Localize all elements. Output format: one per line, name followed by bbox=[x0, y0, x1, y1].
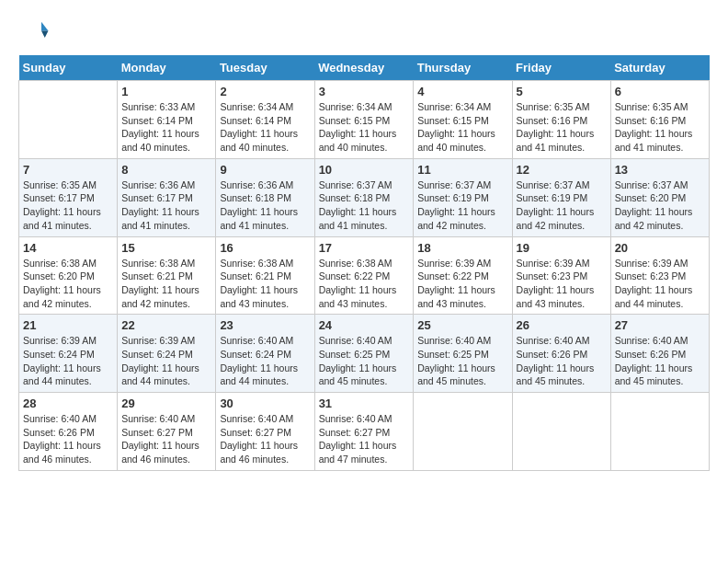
calendar-cell: 9Sunrise: 6:36 AM Sunset: 6:18 PM Daylig… bbox=[216, 158, 314, 236]
day-info: Sunrise: 6:34 AM Sunset: 6:15 PM Dayligh… bbox=[417, 100, 507, 155]
calendar-cell: 1Sunrise: 6:33 AM Sunset: 6:14 PM Daylig… bbox=[118, 81, 216, 159]
calendar-header-row: SundayMondayTuesdayWednesdayThursdayFrid… bbox=[19, 55, 710, 81]
day-info: Sunrise: 6:39 AM Sunset: 6:24 PM Dayligh… bbox=[23, 334, 113, 388]
calendar-cell: 30Sunrise: 6:40 AM Sunset: 6:27 PM Dayli… bbox=[216, 393, 314, 471]
day-number: 30 bbox=[220, 396, 310, 410]
day-number: 7 bbox=[23, 163, 113, 177]
day-number: 25 bbox=[417, 318, 507, 332]
day-number: 1 bbox=[121, 85, 211, 98]
calendar-cell: 24Sunrise: 6:40 AM Sunset: 6:25 PM Dayli… bbox=[314, 315, 414, 393]
svg-marker-1 bbox=[41, 31, 49, 39]
calendar-cell bbox=[19, 81, 118, 159]
calendar-cell: 10Sunrise: 6:37 AM Sunset: 6:18 PM Dayli… bbox=[314, 158, 414, 236]
day-number: 12 bbox=[517, 163, 607, 177]
calendar-cell: 22Sunrise: 6:39 AM Sunset: 6:24 PM Dayli… bbox=[118, 315, 216, 393]
day-info: Sunrise: 6:35 AM Sunset: 6:16 PM Dayligh… bbox=[517, 100, 607, 155]
calendar-cell: 16Sunrise: 6:38 AM Sunset: 6:21 PM Dayli… bbox=[216, 236, 314, 315]
calendar-cell: 15Sunrise: 6:38 AM Sunset: 6:21 PM Dayli… bbox=[118, 236, 216, 315]
col-header-tuesday: Tuesday bbox=[216, 55, 314, 81]
page-header bbox=[18, 18, 710, 46]
day-number: 10 bbox=[319, 163, 410, 177]
calendar-cell: 4Sunrise: 6:34 AM Sunset: 6:15 PM Daylig… bbox=[414, 81, 512, 159]
day-number: 21 bbox=[23, 318, 113, 332]
calendar-cell: 31Sunrise: 6:40 AM Sunset: 6:27 PM Dayli… bbox=[314, 393, 414, 471]
calendar-cell: 3Sunrise: 6:34 AM Sunset: 6:15 PM Daylig… bbox=[314, 81, 414, 159]
day-info: Sunrise: 6:35 AM Sunset: 6:16 PM Dayligh… bbox=[615, 100, 705, 155]
col-header-saturday: Saturday bbox=[610, 55, 709, 81]
day-info: Sunrise: 6:39 AM Sunset: 6:23 PM Dayligh… bbox=[517, 257, 607, 311]
calendar-cell: 8Sunrise: 6:36 AM Sunset: 6:17 PM Daylig… bbox=[118, 158, 216, 236]
calendar-cell: 29Sunrise: 6:40 AM Sunset: 6:27 PM Dayli… bbox=[118, 393, 216, 471]
day-number: 4 bbox=[417, 85, 507, 98]
col-header-sunday: Sunday bbox=[19, 55, 118, 81]
col-header-wednesday: Wednesday bbox=[314, 55, 414, 81]
day-number: 23 bbox=[220, 318, 310, 332]
calendar-cell: 11Sunrise: 6:37 AM Sunset: 6:19 PM Dayli… bbox=[414, 158, 512, 236]
day-info: Sunrise: 6:40 AM Sunset: 6:27 PM Dayligh… bbox=[319, 412, 410, 466]
day-number: 5 bbox=[517, 85, 607, 98]
calendar-cell: 26Sunrise: 6:40 AM Sunset: 6:26 PM Dayli… bbox=[512, 315, 610, 393]
calendar-cell: 27Sunrise: 6:40 AM Sunset: 6:26 PM Dayli… bbox=[610, 315, 709, 393]
day-info: Sunrise: 6:40 AM Sunset: 6:27 PM Dayligh… bbox=[220, 412, 310, 466]
calendar-cell: 23Sunrise: 6:40 AM Sunset: 6:24 PM Dayli… bbox=[216, 315, 314, 393]
day-info: Sunrise: 6:35 AM Sunset: 6:17 PM Dayligh… bbox=[23, 178, 113, 233]
day-number: 27 bbox=[615, 318, 705, 332]
week-row-1: 7Sunrise: 6:35 AM Sunset: 6:17 PM Daylig… bbox=[19, 158, 710, 236]
calendar-cell: 21Sunrise: 6:39 AM Sunset: 6:24 PM Dayli… bbox=[19, 315, 118, 393]
day-info: Sunrise: 6:39 AM Sunset: 6:22 PM Dayligh… bbox=[417, 257, 507, 311]
calendar-cell bbox=[610, 393, 709, 471]
col-header-monday: Monday bbox=[118, 55, 216, 81]
week-row-2: 14Sunrise: 6:38 AM Sunset: 6:20 PM Dayli… bbox=[19, 236, 710, 315]
day-info: Sunrise: 6:38 AM Sunset: 6:22 PM Dayligh… bbox=[319, 257, 410, 311]
day-number: 31 bbox=[319, 396, 410, 410]
day-info: Sunrise: 6:40 AM Sunset: 6:24 PM Dayligh… bbox=[220, 334, 310, 388]
calendar-cell: 2Sunrise: 6:34 AM Sunset: 6:14 PM Daylig… bbox=[216, 81, 314, 159]
calendar-cell: 5Sunrise: 6:35 AM Sunset: 6:16 PM Daylig… bbox=[512, 81, 610, 159]
col-header-friday: Friday bbox=[512, 55, 610, 81]
day-number: 16 bbox=[220, 241, 310, 255]
day-number: 19 bbox=[517, 241, 607, 255]
calendar-cell: 13Sunrise: 6:37 AM Sunset: 6:20 PM Dayli… bbox=[610, 158, 709, 236]
day-info: Sunrise: 6:39 AM Sunset: 6:24 PM Dayligh… bbox=[121, 334, 211, 388]
day-number: 2 bbox=[220, 85, 310, 98]
day-number: 13 bbox=[615, 163, 705, 177]
day-number: 26 bbox=[517, 318, 607, 332]
calendar-cell: 25Sunrise: 6:40 AM Sunset: 6:25 PM Dayli… bbox=[414, 315, 512, 393]
day-info: Sunrise: 6:34 AM Sunset: 6:14 PM Dayligh… bbox=[220, 100, 310, 155]
calendar-cell: 18Sunrise: 6:39 AM Sunset: 6:22 PM Dayli… bbox=[414, 236, 512, 315]
day-number: 29 bbox=[121, 396, 211, 410]
day-number: 9 bbox=[220, 163, 310, 177]
day-info: Sunrise: 6:40 AM Sunset: 6:25 PM Dayligh… bbox=[319, 334, 410, 388]
day-info: Sunrise: 6:40 AM Sunset: 6:26 PM Dayligh… bbox=[615, 334, 705, 388]
day-info: Sunrise: 6:37 AM Sunset: 6:19 PM Dayligh… bbox=[517, 178, 607, 233]
day-number: 15 bbox=[121, 241, 211, 255]
day-info: Sunrise: 6:37 AM Sunset: 6:19 PM Dayligh… bbox=[417, 178, 507, 233]
calendar-cell: 12Sunrise: 6:37 AM Sunset: 6:19 PM Dayli… bbox=[512, 158, 610, 236]
day-number: 8 bbox=[121, 163, 211, 177]
day-info: Sunrise: 6:37 AM Sunset: 6:20 PM Dayligh… bbox=[615, 178, 705, 233]
day-info: Sunrise: 6:38 AM Sunset: 6:20 PM Dayligh… bbox=[23, 257, 113, 311]
svg-marker-0 bbox=[41, 22, 49, 31]
day-number: 3 bbox=[319, 85, 410, 98]
day-info: Sunrise: 6:38 AM Sunset: 6:21 PM Dayligh… bbox=[220, 257, 310, 311]
day-number: 28 bbox=[23, 396, 113, 410]
logo-icon bbox=[22, 18, 50, 46]
col-header-thursday: Thursday bbox=[414, 55, 512, 81]
day-number: 20 bbox=[615, 241, 705, 255]
week-row-3: 21Sunrise: 6:39 AM Sunset: 6:24 PM Dayli… bbox=[19, 315, 710, 393]
day-info: Sunrise: 6:33 AM Sunset: 6:14 PM Dayligh… bbox=[121, 100, 211, 155]
day-number: 24 bbox=[319, 318, 410, 332]
week-row-4: 28Sunrise: 6:40 AM Sunset: 6:26 PM Dayli… bbox=[19, 393, 710, 471]
day-info: Sunrise: 6:37 AM Sunset: 6:18 PM Dayligh… bbox=[319, 178, 410, 233]
day-number: 18 bbox=[417, 241, 507, 255]
day-number: 6 bbox=[615, 85, 705, 98]
day-number: 14 bbox=[23, 241, 113, 255]
day-info: Sunrise: 6:34 AM Sunset: 6:15 PM Dayligh… bbox=[319, 100, 410, 155]
calendar-cell: 7Sunrise: 6:35 AM Sunset: 6:17 PM Daylig… bbox=[19, 158, 118, 236]
day-number: 17 bbox=[319, 241, 410, 255]
day-info: Sunrise: 6:36 AM Sunset: 6:18 PM Dayligh… bbox=[220, 178, 310, 233]
calendar-cell: 14Sunrise: 6:38 AM Sunset: 6:20 PM Dayli… bbox=[19, 236, 118, 315]
calendar-cell: 19Sunrise: 6:39 AM Sunset: 6:23 PM Dayli… bbox=[512, 236, 610, 315]
day-info: Sunrise: 6:40 AM Sunset: 6:26 PM Dayligh… bbox=[517, 334, 607, 388]
calendar-cell bbox=[512, 393, 610, 471]
